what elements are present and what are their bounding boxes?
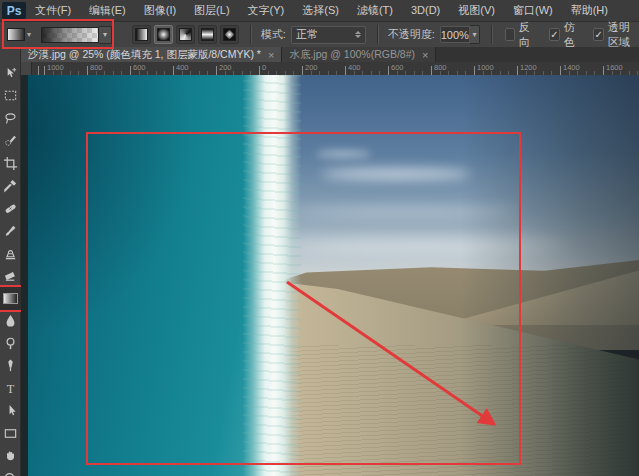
separator <box>251 25 252 44</box>
crop-tool-button[interactable] <box>0 152 21 175</box>
move-tool-button[interactable] <box>0 62 21 85</box>
close-icon[interactable]: × <box>268 49 274 61</box>
chevron-down-icon: ▾ <box>103 30 107 39</box>
blur-tool-button[interactable] <box>0 310 21 333</box>
menu-select[interactable]: 选择(S) <box>293 0 348 21</box>
checkbox-unchecked-icon <box>505 28 515 41</box>
menu-image[interactable]: 图像(I) <box>135 0 185 21</box>
dither-checkbox[interactable]: ✓ 仿色 <box>549 20 578 50</box>
photoshop-window: Ps 文件(F) 编辑(E) 图像(I) 图层(L) 文字(Y) 选择(S) 滤… <box>0 0 639 476</box>
radial-gradient-button[interactable] <box>154 25 173 44</box>
underwater-region <box>28 75 276 476</box>
reverse-label: 反向 <box>519 20 534 50</box>
brush-tool-button[interactable] <box>0 220 21 243</box>
close-icon[interactable]: × <box>422 49 428 61</box>
path-selection-tool-button[interactable] <box>0 400 21 423</box>
ruler-label: 400 <box>176 63 189 72</box>
checkbox-checked-icon: ✓ <box>549 28 559 41</box>
canvas-left-edge <box>21 75 28 476</box>
reflected-gradient-button[interactable] <box>198 25 217 44</box>
gradient-picker-arrow-button[interactable]: ▾ <box>99 26 112 44</box>
menu-view[interactable]: 视图(V) <box>449 0 504 21</box>
ruler-label: 600 <box>391 63 404 72</box>
ruler-label: 600 <box>133 63 146 72</box>
lasso-tool-button[interactable] <box>0 107 21 130</box>
pen-icon <box>3 358 18 373</box>
document-tab-bar: 沙漠.jpg @ 25% (颜色填充 1, 图层蒙版/8/CMYK) * × 水… <box>21 47 639 62</box>
eyedropper-tool-button[interactable] <box>0 175 21 198</box>
gradient-type-buttons <box>132 25 239 44</box>
updown-arrows-icon <box>355 31 361 38</box>
spot-healing-brush-tool-button[interactable] <box>0 197 21 220</box>
tool-options-bar: ▾ ▾ 模式: 正常 不透明度: 100% ▾ <box>0 22 639 48</box>
ruler-label: 1000 <box>47 63 64 72</box>
zoom-tool-button[interactable] <box>0 467 21 476</box>
ruler-label: 800 <box>434 63 447 72</box>
blend-mode-select[interactable]: 正常 <box>291 26 366 44</box>
horizontal-ruler: 1000800600400200020040060080010001200140… <box>21 62 639 76</box>
ruler-ticks: 1000800600400200020040060080010001200140… <box>31 62 639 75</box>
ruler-label: 1600 <box>606 63 623 72</box>
checkbox-checked-icon: ✓ <box>593 28 603 41</box>
type-tool-button[interactable]: T <box>0 377 21 400</box>
ruler-label: 200 <box>305 63 318 72</box>
dodge-icon <box>3 336 18 351</box>
menu-layer[interactable]: 图层(L) <box>185 0 238 21</box>
quick-selection-icon <box>3 133 18 148</box>
separator <box>492 25 493 44</box>
ruler-label: 1200 <box>520 63 537 72</box>
linear-gradient-button[interactable] <box>132 25 151 44</box>
wave-foam-band <box>243 75 301 476</box>
ruler-label: 400 <box>348 63 361 72</box>
svg-text:T: T <box>7 381 15 395</box>
selection-arrow-icon <box>3 403 18 418</box>
menu-file[interactable]: 文件(F) <box>26 0 80 21</box>
tab-label: 水底.jpg @ 100%(RGB/8#) <box>289 48 415 62</box>
mode-label: 模式: <box>261 27 286 42</box>
menu-3d[interactable]: 3D(D) <box>402 0 449 21</box>
angle-gradient-button[interactable] <box>176 25 195 44</box>
tab-shamo-jpg[interactable]: 沙漠.jpg @ 25% (颜色填充 1, 图层蒙版/8/CMYK) * × <box>21 47 282 62</box>
tab-shuidi-jpg[interactable]: 水底.jpg @ 100%(RGB/8#) × <box>282 47 436 62</box>
gradient-preview[interactable] <box>41 27 99 43</box>
chevron-down-icon: ▾ <box>473 30 477 39</box>
menu-edit[interactable]: 编辑(E) <box>80 0 135 21</box>
opacity-dropdown-button[interactable]: ▾ <box>470 25 481 44</box>
menu-type[interactable]: 文字(Y) <box>239 0 294 21</box>
rectangle-icon <box>3 426 18 441</box>
menu-help[interactable]: 帮助(H) <box>562 0 617 21</box>
dodge-tool-button[interactable] <box>0 332 21 355</box>
hand-tool-button[interactable] <box>0 445 21 468</box>
gradient-picker[interactable]: ▾ <box>41 26 112 44</box>
ruler-label: 800 <box>90 63 103 72</box>
ruler-label: 0 <box>262 63 266 72</box>
pen-tool-button[interactable] <box>0 355 21 378</box>
document-canvas[interactable] <box>21 75 639 476</box>
opacity-input[interactable]: 100% <box>440 26 470 43</box>
magnifier-icon <box>3 471 18 476</box>
menu-window[interactable]: 窗口(W) <box>504 0 562 21</box>
tool-preset-picker[interactable]: ▾ <box>7 28 31 41</box>
cloud <box>321 168 471 180</box>
gradient-preset-icon <box>7 28 25 41</box>
quick-selection-tool-button[interactable] <box>0 130 21 153</box>
gradient-tool-button[interactable] <box>0 287 21 310</box>
menu-filter[interactable]: 滤镜(T) <box>348 0 402 21</box>
linear-gradient-icon <box>135 28 148 41</box>
eyedropper-icon <box>3 178 18 193</box>
eraser-tool-button[interactable] <box>0 265 21 288</box>
reflected-gradient-icon <box>201 28 214 41</box>
hand-icon <box>3 448 18 463</box>
transparency-checkbox[interactable]: ✓ 透明区域 <box>593 20 639 50</box>
opacity-label: 不透明度: <box>388 27 435 42</box>
diamond-gradient-button[interactable] <box>220 25 239 44</box>
reverse-checkbox[interactable]: 反向 <box>505 20 534 50</box>
eraser-icon <box>3 268 18 283</box>
rectangle-tool-button[interactable] <box>0 422 21 445</box>
gradient-tool-icon <box>3 293 18 304</box>
blur-drop-icon <box>3 313 18 328</box>
crop-icon <box>3 156 18 171</box>
brush-icon <box>3 223 18 238</box>
clone-stamp-tool-button[interactable] <box>0 242 21 265</box>
rectangular-marquee-tool-button[interactable] <box>0 85 21 108</box>
